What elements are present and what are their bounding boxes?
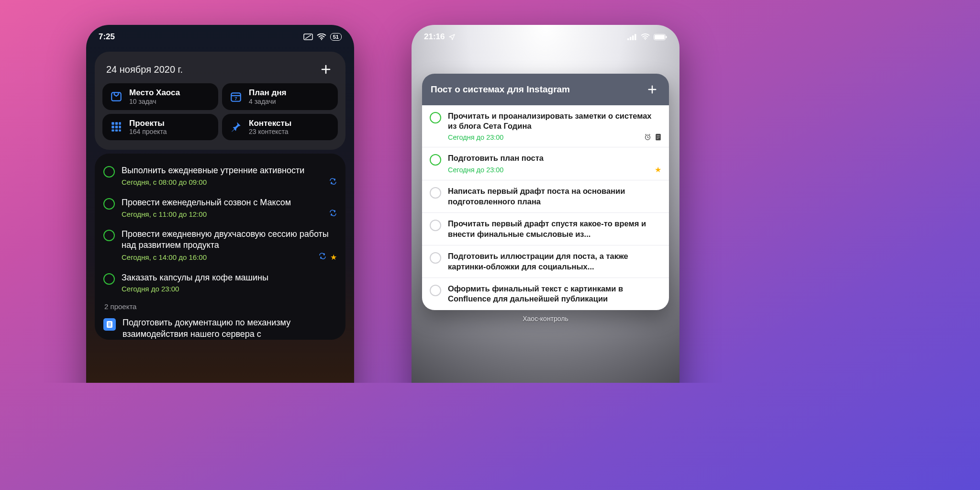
repeat-icon <box>329 210 337 218</box>
task-checkbox[interactable] <box>430 252 441 264</box>
statusbar-icons: 51 <box>303 33 342 41</box>
task-item[interactable]: Прочитать и проанализировать заметки о с… <box>422 105 669 147</box>
task-checkbox[interactable] <box>430 285 441 296</box>
svg-rect-10 <box>111 126 114 128</box>
task-item[interactable]: Выполнить ежедневные утренние активности… <box>103 161 337 193</box>
wifi-icon <box>317 33 326 40</box>
task-item[interactable]: Провести ежедневную двухчасовую сессию р… <box>103 225 337 268</box>
task-title: Оформить финальный текст с картинками в … <box>448 284 661 304</box>
svg-rect-21 <box>630 37 632 40</box>
task-title: Написать первый драфт поста на основании… <box>448 186 661 207</box>
task-item[interactable]: Оформить финальный текст с картинками в … <box>422 278 669 310</box>
inbox-icon <box>109 89 123 104</box>
task-title: Прочитать первый драфт спустя какое-то в… <box>448 219 661 239</box>
statusbar-time: 21:16 <box>424 32 445 42</box>
svg-rect-12 <box>119 126 121 128</box>
plus-icon <box>647 84 657 95</box>
svg-rect-27 <box>666 36 667 38</box>
task-item[interactable]: Подготовить план поста Сегодня до 23:00 … <box>422 147 669 180</box>
task-item[interactable]: Заказать капсулы для кофе машины Сегодня… <box>103 268 337 300</box>
nav-tile-contexts[interactable]: Контексты 23 контекста <box>222 114 338 141</box>
note-icon <box>655 134 661 141</box>
svg-rect-26 <box>655 35 665 39</box>
svg-rect-23 <box>635 34 636 40</box>
widget-title: Пост о системах для Instagram <box>431 84 570 95</box>
task-item[interactable]: Провести еженедельный созвон с Максом Се… <box>103 193 337 225</box>
document-icon <box>103 318 116 331</box>
svg-rect-7 <box>111 122 114 125</box>
task-checkbox[interactable] <box>430 112 441 123</box>
pin-icon <box>229 120 243 134</box>
phone-right: 21:16 Пост о системах для Instagram <box>412 25 679 383</box>
task-checkbox[interactable] <box>430 154 441 166</box>
task-checkbox[interactable] <box>103 198 115 210</box>
statusbar-left: 7:25 51 <box>86 29 354 45</box>
battery-icon: 51 <box>330 33 342 41</box>
task-checkbox[interactable] <box>103 166 115 178</box>
nav-tile-inbox[interactable]: Место Хаоса 10 задач <box>102 83 218 110</box>
nav-tile-title: Контексты <box>249 119 291 128</box>
nav-tile-subtitle: 4 задачи <box>249 98 286 105</box>
wifi-icon <box>641 33 650 40</box>
add-button[interactable] <box>644 81 660 98</box>
plus-icon <box>320 64 332 75</box>
statusbar-time: 7:25 <box>99 32 115 42</box>
task-checkbox[interactable] <box>103 230 115 241</box>
project-item[interactable]: Подготовить документацию по механизму вз… <box>103 313 337 340</box>
alarm-icon <box>644 134 651 141</box>
task-when: Сегодня до 23:00 <box>448 166 503 174</box>
nav-tile-title: Место Хаоса <box>129 88 180 98</box>
task-item[interactable]: Прочитать первый драфт спустя какое-то в… <box>422 212 669 245</box>
nav-tile-title: План дня <box>249 88 286 98</box>
task-title: Подготовить план поста <box>448 153 661 163</box>
nav-tiles: Место Хаоса 10 задач 7 План дня 4 задачи <box>95 83 345 144</box>
date-label: 24 ноября 2020 г. <box>106 64 183 75</box>
task-title: Прочитать и проанализировать заметки о с… <box>448 111 661 132</box>
task-when: Сегодня, с 11:00 до 12:00 <box>122 210 207 218</box>
task-title: Провести еженедельный созвон с Максом <box>122 197 337 208</box>
svg-rect-8 <box>115 122 118 125</box>
nav-tile-title: Проекты <box>129 119 167 128</box>
nav-tile-subtitle: 23 контекста <box>249 128 291 135</box>
statusbar-icons <box>627 33 667 40</box>
calendar-icon: 7 <box>229 89 243 104</box>
task-when: Сегодня до 23:00 <box>448 134 503 141</box>
task-when: Сегодня, с 08:00 до 09:00 <box>122 178 207 186</box>
phone-left: 7:25 51 24 ноября 2020 г. <box>86 25 354 383</box>
nav-tile-subtitle: 164 проекта <box>129 128 167 135</box>
task-title: Провести ежедневную двухчасовую сессию р… <box>122 229 337 251</box>
battery-icon <box>654 34 667 40</box>
nav-tile-subtitle: 10 задач <box>129 98 180 105</box>
cellular-icon <box>627 34 637 40</box>
task-item[interactable]: Подготовить иллюстрации для поста, а так… <box>422 245 669 278</box>
grid-icon <box>109 120 123 134</box>
task-item[interactable]: Написать первый драфт поста на основании… <box>422 180 669 212</box>
repeat-icon <box>319 253 326 261</box>
location-icon <box>448 33 456 41</box>
svg-rect-11 <box>115 126 118 128</box>
project-widget: Пост о системах для Instagram Прочитать … <box>422 74 669 310</box>
svg-text:7: 7 <box>234 95 237 100</box>
statusbar-right: 21:16 <box>412 29 679 45</box>
star-icon: ★ <box>655 165 661 174</box>
widget-caption: Хаос-контроль <box>412 315 679 323</box>
section-label: 2 проекта <box>103 300 337 313</box>
svg-rect-22 <box>632 35 634 40</box>
svg-point-2 <box>321 39 322 40</box>
add-button[interactable] <box>318 61 334 78</box>
project-title: Подготовить документацию по механизму вз… <box>122 317 337 340</box>
nav-tile-projects[interactable]: Проекты 164 проекта <box>102 114 218 141</box>
task-title: Подготовить иллюстрации для поста, а так… <box>448 251 661 272</box>
svg-rect-20 <box>627 38 629 40</box>
nav-tile-plan[interactable]: 7 План дня 4 задачи <box>222 83 338 110</box>
task-title: Выполнить ежедневные утренние активности <box>122 165 337 176</box>
star-icon: ★ <box>330 253 337 262</box>
task-checkbox[interactable] <box>430 187 441 199</box>
task-checkbox[interactable] <box>430 220 441 231</box>
task-checkbox[interactable] <box>103 273 115 285</box>
svg-rect-13 <box>111 130 114 132</box>
svg-point-24 <box>645 39 646 40</box>
main-widget: 24 ноября 2020 г. Место Хаоса 10 задач <box>95 52 345 150</box>
repeat-icon <box>329 178 337 187</box>
svg-rect-14 <box>115 130 118 132</box>
